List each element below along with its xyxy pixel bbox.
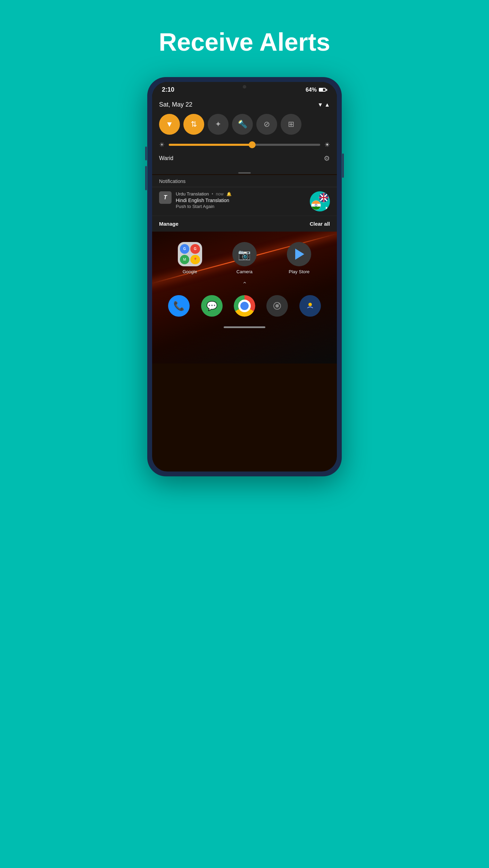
svg-point-9 [275, 304, 279, 308]
notif-actions: Manage Clear all [152, 216, 337, 232]
swipe-up-chevron: ⌃ [242, 281, 247, 288]
notif-bell-icon: 🔔 [226, 192, 232, 197]
phone-side-buttons-left [145, 147, 147, 190]
play-arrow-icon [295, 249, 304, 260]
translation-app-icon: T [159, 191, 172, 204]
status-right: 64% [306, 87, 327, 93]
gmail-icon: M [180, 255, 190, 265]
manage-button[interactable]: Manage [159, 221, 179, 227]
google-cluster-icon: G G M 📍 [178, 242, 202, 266]
brightness-thumb[interactable] [249, 141, 256, 148]
battery-body [319, 88, 326, 92]
data-toggle-icon: ⇅ [191, 120, 197, 129]
svg-point-12 [308, 303, 312, 306]
brightness-row: ☀ ☀ [159, 141, 330, 149]
notifications-header: Notifications [152, 175, 337, 187]
playstore-label: Play Store [289, 269, 309, 274]
brightness-fill [169, 144, 252, 146]
bluetooth-toggle[interactable]: ✦ [208, 114, 229, 135]
qs-date-row: Sat, May 22 ▼ ▲ [159, 101, 330, 108]
google-label: Google [183, 269, 197, 274]
settings-gear-icon[interactable]: ⚙ [324, 154, 330, 162]
notif-title: Hindi English Translation [176, 198, 306, 203]
camera-icon: 📷 [232, 242, 257, 266]
notif-header-row: Urdu Translation • now 🔔 [176, 191, 306, 197]
flashlight-toggle[interactable]: 🔦 [232, 114, 253, 135]
maps-icon: 📍 [190, 255, 200, 265]
notif-app-name: Urdu Translation [176, 191, 209, 197]
front-camera [243, 85, 246, 89]
brightness-low-icon: ☀ [159, 141, 165, 149]
scroll-indicator [152, 170, 337, 174]
svg-point-7 [315, 204, 317, 206]
dock-row: 📞 💬 [152, 290, 337, 324]
india-flag [311, 200, 321, 210]
volume-up-button[interactable] [145, 147, 147, 160]
wifi-toggle[interactable]: ▼ [159, 114, 180, 135]
home-screen: G G M 📍 Google 📷 Camera [152, 232, 337, 364]
scroll-pill [238, 172, 251, 174]
qs-date: Sat, May 22 [159, 101, 192, 108]
battery-fill [320, 89, 323, 91]
carrier-name: Warid [159, 155, 173, 161]
wifi-status-icon: ▼ [317, 102, 323, 108]
chrome-dock-icon[interactable] [234, 295, 255, 317]
swipe-up-row: ⌃ [152, 278, 337, 290]
status-time: 2:10 [162, 86, 174, 93]
messages-dock-icon[interactable]: 💬 [201, 295, 223, 317]
battery-percent: 64% [306, 87, 317, 93]
home-pill[interactable] [224, 326, 265, 328]
home-indicator [152, 324, 337, 333]
rotation-icon: ⊘ [264, 120, 270, 129]
google-g2-icon: G [190, 244, 200, 254]
google-app-icon[interactable]: G G M 📍 Google [178, 242, 202, 274]
notif-content: Urdu Translation • now 🔔 Hindi English T… [176, 191, 306, 209]
brightness-slider[interactable] [169, 144, 320, 146]
notif-timestamp: now [216, 192, 224, 197]
qs-toggles: ▼ ⇅ ✦ 🔦 ⊘ ⊞ [159, 114, 330, 135]
bluetooth-icon: ✦ [215, 120, 221, 129]
quick-settings-panel: Sat, May 22 ▼ ▲ ▼ ⇅ ✦ 🔦 [152, 96, 337, 170]
rotation-toggle[interactable]: ⊘ [256, 114, 277, 135]
page-title: Receive Alerts [159, 28, 330, 56]
play-overlay [324, 205, 329, 211]
playstore-icon [287, 242, 311, 266]
data-toggle[interactable]: ⇅ [183, 114, 204, 135]
camera-label: Camera [237, 269, 252, 274]
notification-item[interactable]: T Urdu Translation • now 🔔 Hindi English… [152, 187, 337, 216]
battery-icon [319, 88, 327, 92]
carrier-row: Warid ⚙ [159, 154, 330, 165]
chrome-outer-ring [234, 295, 255, 317]
phone-screen: 2:10 64% Sat, May 22 ▼ [152, 82, 337, 471]
volume-down-button[interactable] [145, 166, 147, 190]
svg-point-10 [279, 303, 280, 304]
clear-all-button[interactable]: Clear all [310, 221, 330, 227]
brightness-high-icon: ☀ [324, 141, 330, 149]
phone-frame: 2:10 64% Sat, May 22 ▼ [147, 77, 342, 476]
uk-flag [319, 193, 329, 202]
playstore-app-icon[interactable]: Play Store [287, 242, 311, 274]
notif-body: Push to Start Again [176, 204, 306, 209]
chrome-inner-circle [238, 300, 251, 312]
camera-app-icon[interactable]: 📷 Camera [232, 242, 257, 274]
google-g-icon: G [180, 244, 190, 254]
notifications-panel: Notifications T Urdu Translation • now 🔔… [152, 175, 337, 232]
flashlight-icon: 🔦 [238, 120, 247, 129]
weather-dock-icon[interactable] [299, 295, 321, 317]
signal-status-icon: ▲ [324, 102, 330, 108]
app-icons-row: G G M 📍 Google 📷 Camera [152, 232, 337, 278]
phone-dock-icon[interactable]: 📞 [168, 295, 190, 317]
notif-time: • [212, 192, 213, 197]
battery-tip [326, 89, 327, 91]
camera-dock-icon[interactable] [266, 295, 288, 317]
qs-status-icons: ▼ ▲ [317, 102, 330, 108]
battery-saver-toggle[interactable]: ⊞ [281, 114, 301, 135]
phone-side-button-right [342, 153, 344, 178]
translation-app-badge [310, 191, 330, 211]
status-bar: 2:10 64% [152, 82, 337, 96]
battery-saver-icon: ⊞ [288, 120, 294, 129]
notch [222, 82, 267, 92]
wifi-toggle-icon: ▼ [166, 120, 173, 129]
power-button[interactable] [342, 153, 344, 178]
